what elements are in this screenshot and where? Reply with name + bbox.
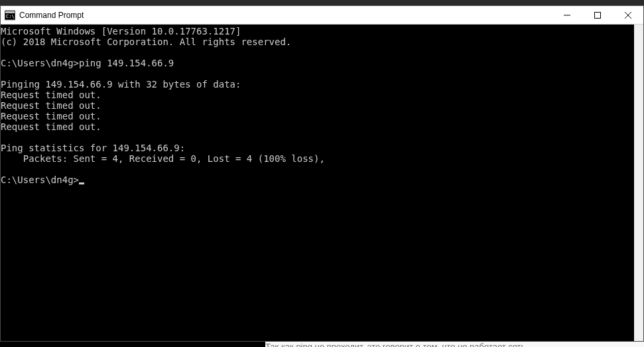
- terminal-cursor: [79, 182, 84, 184]
- terminal-line: Request timed out.: [1, 90, 634, 100]
- terminal-line: C:\Users\dn4g>ping 149.154.66.9: [1, 58, 634, 68]
- vertical-scrollbar[interactable]: [634, 25, 643, 341]
- terminal-output[interactable]: Microsoft Windows [Version 10.0.17763.12…: [1, 25, 643, 341]
- svg-rect-1: [5, 11, 15, 13]
- close-button[interactable]: [613, 6, 643, 24]
- maximize-button[interactable]: [582, 6, 613, 24]
- terminal-line: Request timed out.: [1, 100, 634, 111]
- titlebar[interactable]: C:\ Command Prompt: [1, 6, 643, 25]
- terminal-line: [1, 47, 634, 58]
- svg-text:C:\: C:\: [6, 14, 15, 19]
- terminal-line: Packets: Sent = 4, Received = 0, Lost = …: [1, 153, 634, 164]
- terminal-line: Microsoft Windows [Version 10.0.17763.12…: [1, 26, 634, 36]
- minimize-button[interactable]: [552, 6, 582, 24]
- terminal-line: (c) 2018 Microsoft Corporation. All righ…: [1, 36, 634, 47]
- background-text-fragment: Так как ping не проходит, это говорит о …: [265, 342, 644, 347]
- cmd-icon: C:\: [5, 10, 15, 21]
- terminal-line: Request timed out.: [1, 121, 634, 132]
- terminal-line: [1, 132, 634, 143]
- window-title: Command Prompt: [19, 11, 552, 20]
- terminal-line: C:\Users\dn4g>: [1, 174, 634, 185]
- terminal-content: Microsoft Windows [Version 10.0.17763.12…: [1, 25, 634, 185]
- window-controls: [552, 6, 643, 24]
- svg-rect-4: [595, 12, 601, 18]
- terminal-line: Request timed out.: [1, 111, 634, 121]
- terminal-line: [1, 68, 634, 79]
- terminal-line: Ping statistics for 149.154.66.9:: [1, 143, 634, 153]
- command-prompt-window: C:\ Command Prompt Microsoft Windows [Ve…: [0, 5, 644, 342]
- terminal-line: Pinging 149.154.66.9 with 32 bytes of da…: [1, 79, 634, 90]
- terminal-line: [1, 164, 634, 174]
